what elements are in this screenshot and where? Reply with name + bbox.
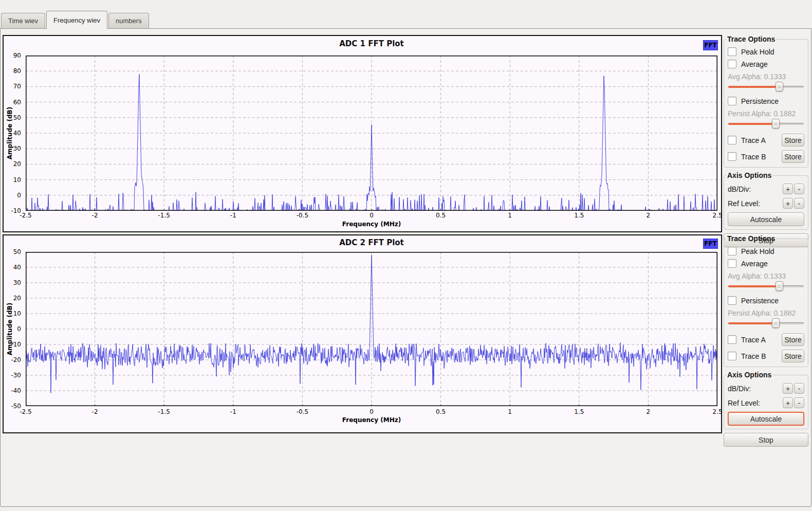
trace-b-store-button[interactable]: Store xyxy=(782,150,804,163)
persistence-label: Persistence xyxy=(741,97,779,105)
tab-frequency-view[interactable]: Frequency wiev xyxy=(46,11,107,29)
trace-b-store-button[interactable]: Store xyxy=(782,350,804,362)
autoscale-button[interactable]: Autoscale xyxy=(728,412,804,426)
db-div-plus-button[interactable]: + xyxy=(783,184,793,194)
db-div-minus-button[interactable]: - xyxy=(794,184,804,194)
plot1-x-ticks: -2.5-2-1.5-1-0.500.511.522.5 xyxy=(26,212,717,220)
persistence-row: Persistence xyxy=(728,296,804,305)
stop-button[interactable]: Stop xyxy=(724,433,808,447)
ref-level-plus-button[interactable]: + xyxy=(783,397,793,408)
ref-level-minus-button[interactable]: - xyxy=(794,198,804,209)
axis-options-title: Axis Options xyxy=(726,371,772,379)
x-tick-label: -1.5 xyxy=(158,212,170,219)
db-div-minus-button[interactable]: - xyxy=(794,383,804,394)
plot1-control-panel: Trace Options Peak Hold Average Avg Alph… xyxy=(724,35,808,232)
y-tick-label: 10 xyxy=(13,176,21,184)
y-tick-label: 10 xyxy=(13,310,21,317)
trace-a-store-button[interactable]: Store xyxy=(782,333,804,346)
slider-fill xyxy=(728,285,780,287)
x-tick-label: -1 xyxy=(230,408,236,415)
plot2-x-ticks: -2.5-2-1.5-1-0.500.511.522.5 xyxy=(26,408,717,416)
trace-b-checkbox[interactable] xyxy=(728,152,736,161)
persistence-checkbox[interactable] xyxy=(728,97,736,105)
persist-alpha-slider[interactable] xyxy=(728,318,804,328)
x-tick-label: 2.5 xyxy=(712,408,722,415)
plot1-title: ADC 1 FFT Plot xyxy=(26,39,717,48)
ref-level-row: Ref Level: + - xyxy=(728,198,804,209)
x-tick-label: 1.5 xyxy=(574,212,584,219)
db-div-row: dB/Div: + - xyxy=(728,184,804,194)
trace-a-row: Trace A Store xyxy=(728,134,804,147)
tab-time-view[interactable]: Time wiev xyxy=(1,13,45,28)
slider-fill xyxy=(728,86,780,88)
peak-hold-label: Peak Hold xyxy=(741,48,774,56)
axis-options-group: Axis Options dB/Div: + - Ref Level: + - … xyxy=(724,371,808,429)
y-tick-label: 60 xyxy=(13,99,21,106)
ref-level-label: Ref Level: xyxy=(728,199,760,208)
persist-alpha-label: Persist Alpha: 0.1882 xyxy=(728,309,804,317)
y-tick-label: 40 xyxy=(13,264,21,271)
ref-level-minus-button[interactable]: - xyxy=(794,397,804,408)
ref-level-row: Ref Level: + - xyxy=(728,397,804,408)
persist-alpha-slider[interactable] xyxy=(728,119,804,129)
db-div-plus-button[interactable]: + xyxy=(783,383,793,394)
y-tick-label: 0 xyxy=(17,325,21,333)
trace-a-label: Trace A xyxy=(741,336,766,344)
x-tick-label: 0.5 xyxy=(436,408,446,415)
trace-a-checkbox[interactable] xyxy=(728,136,736,144)
peak-hold-checkbox[interactable] xyxy=(728,247,736,256)
persistence-label: Persistence xyxy=(741,297,779,305)
peak-hold-row: Peak Hold xyxy=(728,47,804,56)
trace-b-label: Trace B xyxy=(741,153,766,161)
x-tick-label: 0.5 xyxy=(436,212,446,219)
trace-a-checkbox[interactable] xyxy=(728,335,736,344)
slider-handle[interactable] xyxy=(772,119,780,129)
axis-options-group: Axis Options dB/Div: + - Ref Level: + - … xyxy=(724,171,808,230)
average-checkbox[interactable] xyxy=(728,60,736,68)
ref-level-plus-button[interactable]: + xyxy=(783,198,793,209)
slider-handle[interactable] xyxy=(776,82,783,92)
y-tick-label: 70 xyxy=(13,83,21,90)
trace-b-checkbox[interactable] xyxy=(728,352,736,360)
y-tick-label: 50 xyxy=(13,114,21,121)
x-tick-label: 0 xyxy=(370,408,374,415)
slider-fill xyxy=(728,322,776,324)
y-tick-label: 20 xyxy=(13,295,21,302)
plot1-canvas[interactable] xyxy=(26,56,717,211)
average-label: Average xyxy=(741,60,768,68)
slider-handle[interactable] xyxy=(776,281,783,291)
avg-alpha-slider[interactable] xyxy=(728,82,804,92)
y-tick-label: 50 xyxy=(13,248,21,256)
y-tick-label: -10 xyxy=(11,341,21,348)
trace-a-label: Trace A xyxy=(741,136,766,144)
y-tick-label: 20 xyxy=(13,160,21,168)
slider-handle[interactable] xyxy=(772,318,780,328)
trace-options-title: Trace Options xyxy=(726,35,776,43)
x-tick-label: -0.5 xyxy=(297,408,308,415)
fft-badge: FFT xyxy=(703,40,718,50)
x-tick-label: -2.5 xyxy=(20,408,31,415)
plot2-control-panel: Trace Options Peak Hold Average Avg Alph… xyxy=(724,234,808,433)
plot2-canvas[interactable] xyxy=(26,252,717,406)
trace-a-store-button[interactable]: Store xyxy=(782,134,804,147)
persistence-checkbox[interactable] xyxy=(728,296,736,305)
avg-alpha-slider[interactable] xyxy=(728,281,804,291)
persist-alpha-label: Persist Alpha: 0.1882 xyxy=(728,110,804,118)
trace-b-row: Trace B Store xyxy=(728,150,804,163)
plot2-title: ADC 2 FFT Plot xyxy=(26,238,717,247)
x-tick-label: 2 xyxy=(647,212,651,219)
slider-fill xyxy=(728,123,776,125)
average-checkbox[interactable] xyxy=(728,259,736,268)
average-row: Average xyxy=(728,60,804,68)
x-tick-label: -1.5 xyxy=(158,408,170,415)
x-tick-label: 1.5 xyxy=(574,408,584,415)
peak-hold-label: Peak Hold xyxy=(741,247,774,256)
autoscale-button[interactable]: Autoscale xyxy=(728,212,804,226)
x-tick-label: -2.5 xyxy=(20,212,31,219)
adc2-fft-plot-container: ADC 2 FFT Plot FFT Amplitude (dB) 504030… xyxy=(3,234,722,433)
plot1-y-ticks: 9080706050403020100-10 xyxy=(4,56,24,211)
peak-hold-checkbox[interactable] xyxy=(728,47,736,56)
y-tick-label: 0 xyxy=(17,192,21,199)
trace-a-row: Trace A Store xyxy=(728,333,804,346)
tab-numbers[interactable]: numbers xyxy=(108,13,149,28)
